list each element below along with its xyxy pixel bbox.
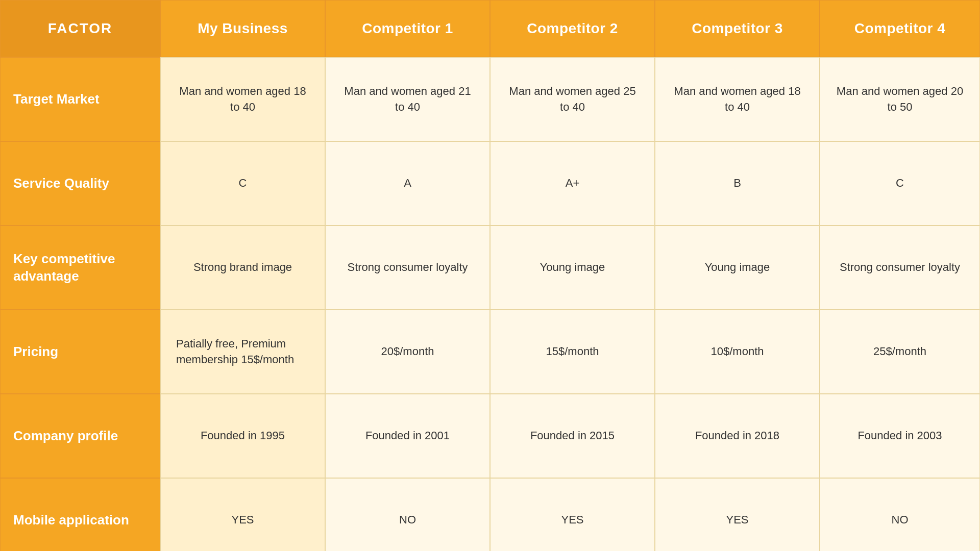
service-quality-my-business: C bbox=[160, 141, 325, 226]
pricing-competitor1: 20$/month bbox=[325, 310, 490, 394]
row-label-target-market: Target Market bbox=[0, 57, 160, 141]
target-market-competitor2-value: Man and women aged 25 to 40 bbox=[503, 84, 642, 115]
key-advantage-competitor1: Strong consumer loyalty bbox=[325, 226, 490, 310]
competitor3-label: Competitor 3 bbox=[692, 20, 783, 37]
target-market-my-business-value: Man and women aged 18 to 40 bbox=[174, 84, 312, 115]
pricing-my-business: Patially free, Premium membership 15$/mo… bbox=[160, 310, 325, 394]
row-label-service-quality: Service Quality bbox=[0, 141, 160, 226]
key-advantage-my-business-value: Strong brand image bbox=[193, 260, 292, 276]
company-profile-my-business: Founded in 1995 bbox=[160, 394, 325, 478]
company-profile-competitor2: Founded in 2015 bbox=[490, 394, 655, 478]
mobile-app-competitor2-value: YES bbox=[561, 512, 583, 528]
key-advantage-competitor2-value: Young image bbox=[540, 260, 605, 276]
target-market-competitor3-value: Man and women aged 18 to 40 bbox=[668, 84, 806, 115]
key-advantage-competitor4: Strong consumer loyalty bbox=[820, 226, 980, 310]
pricing-competitor3: 10$/month bbox=[655, 310, 820, 394]
service-quality-competitor2-value: A+ bbox=[566, 176, 580, 191]
key-advantage-competitor3-value: Young image bbox=[705, 260, 770, 276]
table-grid: FACTOR My Business Competitor 1 Competit… bbox=[0, 0, 980, 551]
mobile-app-competitor3-value: YES bbox=[726, 512, 748, 528]
row-label-key-advantage: Key competitive advantage bbox=[0, 226, 160, 310]
service-quality-competitor4: C bbox=[820, 141, 980, 226]
row-label-company-profile: Company profile bbox=[0, 394, 160, 478]
pricing-my-business-value: Patially free, Premium membership 15$/mo… bbox=[176, 336, 309, 368]
service-quality-my-business-value: C bbox=[239, 176, 247, 191]
key-advantage-competitor1-value: Strong consumer loyalty bbox=[348, 260, 468, 276]
company-profile-my-business-value: Founded in 1995 bbox=[201, 428, 285, 444]
company-profile-competitor2-value: Founded in 2015 bbox=[530, 428, 615, 444]
row-label-pricing: Pricing bbox=[0, 310, 160, 394]
pricing-competitor1-value: 20$/month bbox=[381, 344, 434, 360]
target-market-label: Target Market bbox=[13, 91, 100, 108]
company-profile-competitor3-value: Founded in 2018 bbox=[695, 428, 779, 444]
company-profile-label: Company profile bbox=[13, 428, 118, 445]
header-competitor2: Competitor 2 bbox=[490, 0, 655, 57]
target-market-competitor4-value: Man and women aged 20 to 50 bbox=[833, 84, 967, 115]
key-advantage-label: Key competitive advantage bbox=[13, 251, 147, 285]
key-advantage-competitor3: Young image bbox=[655, 226, 820, 310]
mobile-app-competitor4-value: NO bbox=[892, 512, 909, 528]
service-quality-competitor4-value: C bbox=[896, 176, 904, 191]
company-profile-competitor1: Founded in 2001 bbox=[325, 394, 490, 478]
pricing-competitor3-value: 10$/month bbox=[711, 344, 764, 360]
pricing-competitor2: 15$/month bbox=[490, 310, 655, 394]
header-factor: FACTOR bbox=[0, 0, 160, 57]
factor-label: FACTOR bbox=[48, 20, 113, 37]
key-advantage-competitor4-value: Strong consumer loyalty bbox=[840, 260, 960, 276]
mobile-app-competitor4: NO bbox=[820, 478, 980, 551]
competitor4-label: Competitor 4 bbox=[854, 20, 946, 37]
comparison-table: FACTOR My Business Competitor 1 Competit… bbox=[0, 0, 980, 551]
pricing-competitor2-value: 15$/month bbox=[546, 344, 599, 360]
target-market-competitor2: Man and women aged 25 to 40 bbox=[490, 57, 655, 141]
mobile-app-my-business-value: YES bbox=[231, 512, 254, 528]
service-quality-competitor3: B bbox=[655, 141, 820, 226]
mobile-app-competitor3: YES bbox=[655, 478, 820, 551]
header-my-business: My Business bbox=[160, 0, 325, 57]
mobile-app-my-business: YES bbox=[160, 478, 325, 551]
pricing-competitor4: 25$/month bbox=[820, 310, 980, 394]
key-advantage-competitor2: Young image bbox=[490, 226, 655, 310]
competitor2-label: Competitor 2 bbox=[527, 20, 618, 37]
company-profile-competitor4-value: Founded in 2003 bbox=[857, 428, 942, 444]
target-market-my-business: Man and women aged 18 to 40 bbox=[160, 57, 325, 141]
pricing-label: Pricing bbox=[13, 343, 58, 361]
mobile-app-competitor1: NO bbox=[325, 478, 490, 551]
service-quality-competitor2: A+ bbox=[490, 141, 655, 226]
header-competitor4: Competitor 4 bbox=[820, 0, 980, 57]
header-competitor1: Competitor 1 bbox=[325, 0, 490, 57]
mobile-app-competitor2: YES bbox=[490, 478, 655, 551]
company-profile-competitor1-value: Founded in 2001 bbox=[365, 428, 450, 444]
header-competitor3: Competitor 3 bbox=[655, 0, 820, 57]
target-market-competitor1: Man and women aged 21 to 40 bbox=[325, 57, 490, 141]
company-profile-competitor3: Founded in 2018 bbox=[655, 394, 820, 478]
pricing-competitor4-value: 25$/month bbox=[873, 344, 926, 360]
competitor1-label: Competitor 1 bbox=[362, 20, 453, 37]
service-quality-competitor1: A bbox=[325, 141, 490, 226]
mobile-app-competitor1-value: NO bbox=[399, 512, 416, 528]
mobile-app-label: Mobile application bbox=[13, 512, 129, 529]
target-market-competitor3: Man and women aged 18 to 40 bbox=[655, 57, 820, 141]
row-label-mobile-app: Mobile application bbox=[0, 478, 160, 551]
company-profile-competitor4: Founded in 2003 bbox=[820, 394, 980, 478]
target-market-competitor1-value: Man and women aged 21 to 40 bbox=[338, 84, 477, 115]
key-advantage-my-business: Strong brand image bbox=[160, 226, 325, 310]
my-business-label: My Business bbox=[198, 20, 288, 37]
target-market-competitor4: Man and women aged 20 to 50 bbox=[820, 57, 980, 141]
service-quality-label: Service Quality bbox=[13, 175, 109, 192]
service-quality-competitor3-value: B bbox=[733, 176, 741, 191]
service-quality-competitor1-value: A bbox=[404, 176, 411, 191]
